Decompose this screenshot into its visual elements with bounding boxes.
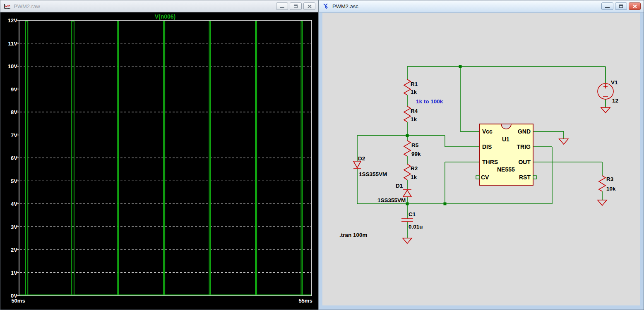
- schematic-icon: [322, 3, 330, 10]
- component-value: 0.01u: [409, 224, 423, 230]
- component-value: 1k: [411, 89, 417, 95]
- component-name: R1: [411, 81, 418, 87]
- y-tick-label: 12V: [8, 17, 17, 24]
- y-tick-label: 6V: [11, 155, 17, 161]
- restore-button[interactable]: [615, 2, 627, 10]
- window-title: PWM2.asc: [332, 3, 358, 10]
- close-button[interactable]: [629, 2, 641, 10]
- schematic-window-titlebar[interactable]: PWM2.asc: [319, 0, 644, 12]
- component-name: V1: [611, 79, 618, 86]
- pin-label-cv: CV: [481, 174, 489, 181]
- trace-legend[interactable]: V(n006): [155, 13, 176, 20]
- restore-button[interactable]: [290, 2, 302, 10]
- pin-terminal-cv[interactable]: [476, 176, 479, 179]
- close-icon: [308, 5, 312, 8]
- component-name: D2: [358, 155, 365, 162]
- plot-area[interactable]: V(n006) 0V1V2V3V4V5V6V7V8V9V10V11V12V 50…: [2, 13, 318, 309]
- close-button[interactable]: [303, 2, 315, 10]
- minimize-button[interactable]: [276, 2, 288, 10]
- junction-dot: [459, 65, 462, 68]
- junction-dot: [444, 203, 447, 205]
- component-name: D1: [396, 183, 403, 189]
- gridlines: [20, 43, 311, 273]
- pin-label-thrs: THRS: [482, 159, 498, 165]
- junction-dot: [406, 134, 409, 137]
- minimize-icon: [280, 7, 284, 8]
- waveform-icon: [4, 3, 11, 10]
- waveform-window: PWM2.raw V(n006) 0V1V2V3V4V5V6V7V8V9V10V…: [0, 0, 319, 310]
- y-tick-label: 11V: [8, 41, 18, 47]
- resistor-r2[interactable]: R2 1k: [404, 164, 418, 180]
- y-tick-label: 2V: [11, 247, 17, 253]
- pin-label-gnd: GND: [518, 128, 531, 135]
- y-tick-label: 1V: [11, 270, 17, 276]
- component-value: 1k: [411, 174, 417, 180]
- component-value: 1k: [411, 116, 417, 122]
- pin-label-trig: TRIG: [517, 143, 531, 150]
- diode-d1[interactable]: D1 1SS355VM: [377, 183, 411, 203]
- resistor-r4[interactable]: R4 1k: [404, 106, 418, 122]
- component-value: NE555: [497, 166, 515, 173]
- minimize-button[interactable]: [601, 2, 613, 10]
- y-tick-label: 4V: [11, 201, 17, 207]
- component-name: U1: [502, 136, 509, 143]
- diode-d2[interactable]: D2 1SS355VM: [353, 155, 387, 177]
- minimize-icon: [605, 7, 610, 8]
- ic-u1-ne555[interactable]: Vcc DIS THRS CV GND TRIG OUT RST U1 NE55…: [476, 124, 536, 185]
- component-value: 10k: [606, 186, 616, 192]
- x-tick-label-right: 55ms: [298, 298, 312, 304]
- resistor-r1[interactable]: R1 1k: [404, 79, 418, 95]
- component-value: 12: [612, 98, 618, 104]
- pin-terminal-rst[interactable]: [533, 176, 536, 179]
- restore-icon: [619, 5, 623, 8]
- resistor-r5[interactable]: R5 99k: [404, 141, 421, 157]
- ground-symbol: [403, 238, 412, 243]
- capacitor-c1[interactable]: C1 0.01u: [401, 211, 423, 230]
- y-axis-labels: 0V1V2V3V4V5V6V7V8V9V10V11V12V: [8, 17, 19, 299]
- component-name: R4: [411, 108, 418, 114]
- component-value: 99k: [411, 151, 421, 157]
- component-name: R2: [411, 165, 418, 172]
- voltage-source-v1[interactable]: V1 12: [598, 79, 618, 104]
- component-name: C1: [409, 211, 416, 217]
- spice-directive[interactable]: .tran 100m: [339, 232, 368, 238]
- component-name: R5: [411, 142, 419, 148]
- x-tick-label-left: 50ms: [11, 298, 25, 304]
- component-value: 1SS355VM: [377, 197, 406, 203]
- pin-label-vcc: Vcc: [482, 128, 493, 135]
- window-title: PWM2.raw: [14, 3, 40, 10]
- component-name: R3: [606, 176, 614, 182]
- y-tick-label: 8V: [11, 109, 17, 115]
- schematic-canvas[interactable]: R1 1k R4 1k R5 99k R2 1k R3 10k: [322, 13, 640, 305]
- ground-symbol: [601, 107, 610, 113]
- y-tick-label: 3V: [11, 224, 17, 230]
- schematic-window: PWM2.asc: [319, 0, 644, 310]
- junction-dot: [406, 203, 409, 205]
- pin-label-rst: RST: [519, 174, 531, 181]
- ground-symbol: [598, 200, 607, 205]
- restore-icon: [294, 5, 298, 8]
- pin-label-out: OUT: [518, 159, 531, 165]
- y-tick-label: 7V: [11, 132, 17, 138]
- y-tick-label: 9V: [11, 86, 17, 93]
- waveform-window-titlebar[interactable]: PWM2.raw: [0, 0, 318, 12]
- y-tick-label: 10V: [8, 63, 17, 69]
- y-tick-label: 5V: [11, 178, 17, 184]
- component-value: 1SS355VM: [359, 171, 387, 177]
- pin-label-dis: DIS: [482, 143, 492, 150]
- ground-symbol: [559, 139, 568, 144]
- resistor-r3[interactable]: R3 10k: [599, 176, 616, 192]
- close-icon: [633, 5, 637, 8]
- annotation-comment[interactable]: 1k to 100k: [416, 98, 443, 105]
